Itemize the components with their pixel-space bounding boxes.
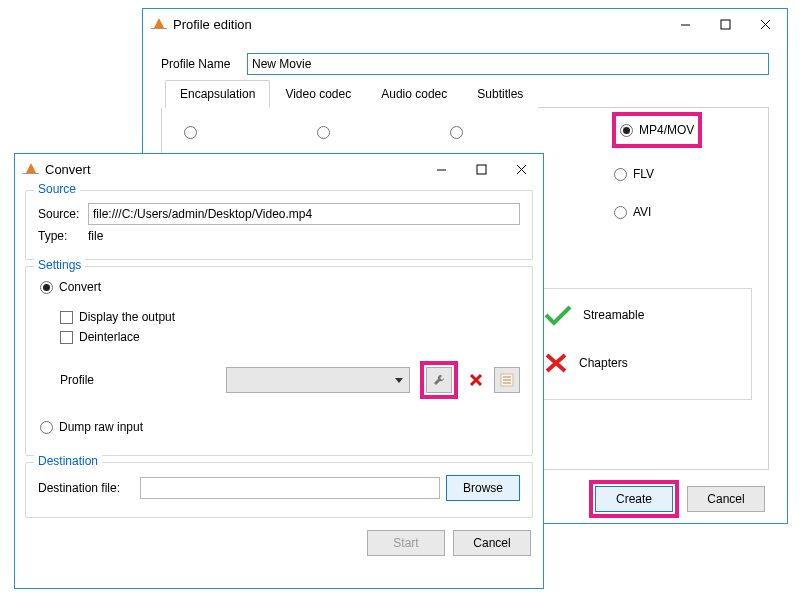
profile-label: Profile: [60, 373, 120, 387]
vlc-icon: [23, 161, 39, 177]
hidden-radio-2[interactable]: [317, 126, 330, 139]
source-input[interactable]: [88, 203, 520, 225]
wrench-icon: [432, 373, 446, 387]
convert-titlebar: Convert: [15, 154, 543, 184]
browse-button[interactable]: Browse: [446, 475, 520, 501]
tab-subtitles[interactable]: Subtitles: [462, 80, 538, 108]
deinterlace-label: Deinterlace: [79, 330, 140, 344]
hidden-radio-1[interactable]: [184, 126, 197, 139]
start-button[interactable]: Start: [367, 530, 445, 556]
profile-dropdown[interactable]: [226, 367, 410, 393]
check-icon: [543, 303, 573, 327]
profile-name-label: Profile Name: [161, 57, 241, 71]
radio-flv[interactable]: FLV: [612, 162, 742, 186]
tab-encapsulation[interactable]: Encapsulation: [165, 80, 270, 108]
dump-raw-label: Dump raw input: [59, 420, 143, 434]
tab-audio-codec[interactable]: Audio codec: [366, 80, 462, 108]
window-title: Profile edition: [173, 17, 665, 32]
check-display-output[interactable]: Display the output: [60, 307, 520, 327]
type-label: Type:: [38, 229, 82, 243]
maximize-button[interactable]: [705, 10, 745, 38]
delete-profile-icon[interactable]: [468, 372, 484, 388]
source-legend: Source: [34, 182, 80, 196]
dest-file-input[interactable]: [140, 477, 440, 499]
minimize-button[interactable]: [665, 10, 705, 38]
radio-mp4mov[interactable]: MP4/MOV: [618, 118, 696, 142]
source-group: Source Source: Type: file: [25, 190, 533, 260]
list-icon: [500, 373, 514, 387]
radio-dump-raw[interactable]: Dump raw input: [38, 415, 520, 439]
type-value: file: [88, 229, 103, 243]
vlc-icon: [151, 16, 167, 32]
close-button[interactable]: [745, 10, 785, 38]
profile-name-input[interactable]: [247, 53, 769, 75]
create-highlight: Create: [589, 480, 679, 518]
dest-file-label: Destination file:: [38, 481, 134, 495]
convert-window: Convert Source Source: Type: file Settin…: [14, 153, 544, 589]
new-profile-button[interactable]: [494, 367, 520, 393]
chevron-down-icon: [395, 378, 403, 383]
streamable-label: Streamable: [583, 308, 644, 322]
tab-video-codec[interactable]: Video codec: [270, 80, 366, 108]
radio-convert[interactable]: Convert: [38, 275, 520, 299]
radio-mp4mov-label: MP4/MOV: [639, 123, 694, 137]
convert-cancel-button[interactable]: Cancel: [453, 530, 531, 556]
titlebar: Profile edition: [143, 9, 787, 39]
hidden-radio-3[interactable]: [450, 126, 463, 139]
settings-legend: Settings: [34, 258, 85, 272]
wrench-highlight: [420, 361, 458, 399]
radio-flv-label: FLV: [633, 167, 654, 181]
radio-avi-label: AVI: [633, 205, 651, 219]
settings-group: Settings Convert Display the output Dein…: [25, 266, 533, 456]
convert-title: Convert: [45, 162, 421, 177]
edit-profile-button[interactable]: [426, 367, 452, 393]
source-label: Source:: [38, 207, 82, 221]
chapters-label: Chapters: [579, 356, 628, 370]
create-button[interactable]: Create: [595, 486, 673, 512]
radio-avi[interactable]: AVI: [612, 200, 742, 224]
radio-convert-label: Convert: [59, 280, 101, 294]
convert-minimize[interactable]: [421, 155, 461, 183]
profile-cancel-button[interactable]: Cancel: [687, 486, 765, 512]
destination-group: Destination Destination file: Browse: [25, 462, 533, 518]
svg-rect-7: [477, 165, 486, 174]
convert-close[interactable]: [501, 155, 541, 183]
destination-legend: Destination: [34, 454, 102, 468]
check-deinterlace[interactable]: Deinterlace: [60, 327, 520, 347]
display-output-label: Display the output: [79, 310, 175, 324]
svg-rect-1: [721, 20, 730, 29]
convert-maximize[interactable]: [461, 155, 501, 183]
x-icon: [543, 351, 569, 375]
